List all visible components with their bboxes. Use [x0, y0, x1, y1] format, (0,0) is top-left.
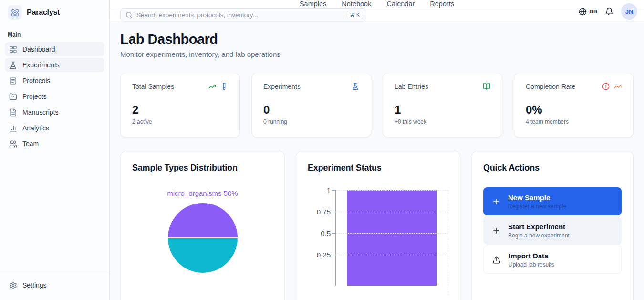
sidebar-spacer: [0, 151, 109, 273]
sidebar-item-dashboard[interactable]: Dashboard: [5, 42, 104, 56]
panel-title: Quick Actions: [483, 163, 622, 173]
stat-cards: Total Samples 2 2 active Experiments: [120, 73, 634, 138]
top-nav-links: Samples Notebook Calendar Reports: [300, 0, 454, 8]
stat-label: Lab Entries: [395, 83, 428, 90]
folder-icon: [9, 93, 17, 101]
bar-chart-plot: [335, 190, 448, 286]
sidebar-item-label: Team: [22, 140, 39, 148]
app-window: Paraclyst Main Dashboard Experiments Pro…: [0, 0, 644, 300]
y-axis-tick-label: 0.75: [317, 208, 331, 216]
stat-subtext: 0 running: [263, 118, 359, 125]
trending-up-icon: [614, 83, 622, 90]
sidebar-item-label: Analytics: [22, 124, 49, 132]
stat-label: Experiments: [263, 83, 301, 90]
page-subtitle: Monitor experiments, inventory, and lab …: [120, 50, 634, 58]
stat-card-total-samples: Total Samples 2 2 active: [120, 73, 240, 138]
axis-tick-mark: [332, 255, 336, 255]
stat-subtext: 4 team members: [526, 118, 622, 125]
sidebar-item-manuscripts[interactable]: Manuscripts: [5, 105, 104, 119]
trending-up-icon: [208, 83, 216, 90]
plus-icon: [492, 226, 500, 235]
gridline-horizontal: [336, 255, 448, 255]
sidebar-item-analytics[interactable]: Analytics: [5, 121, 104, 135]
stat-label: Total Samples: [132, 83, 174, 90]
panel-title: Experiment Status: [308, 163, 448, 173]
quick-actions-list: New Sample Register a new sample Start E…: [483, 187, 622, 274]
upload-icon: [492, 256, 501, 264]
stat-value: 0: [263, 103, 359, 117]
sidebar-section-label: Main: [0, 25, 109, 42]
plus-icon: [492, 197, 500, 206]
stat-card-completion-rate: Completion Rate 0% 4 team members: [514, 73, 634, 138]
sidebar-nav: Dashboard Experiments Protocols Projects…: [0, 42, 109, 151]
sidebar-item-label: Experiments: [22, 61, 60, 69]
book-open-icon: [483, 83, 490, 90]
stat-card-lab-entries: Lab Entries 1 +0 this week: [383, 73, 502, 138]
search-box: ⌘ K: [120, 8, 366, 21]
locale-code: GB: [590, 9, 598, 14]
action-subtitle: Upload lab results: [509, 261, 554, 268]
page-title: Lab Dashboard: [120, 32, 634, 47]
nav-link-calendar[interactable]: Calendar: [386, 0, 415, 8]
y-axis-tick-label: 1: [327, 186, 331, 194]
gridline-vertical: [448, 190, 448, 295]
users-icon: [9, 140, 17, 148]
dashboard-content: Lab Dashboard Monitor experiments, inven…: [110, 22, 644, 300]
gridline-horizontal: [336, 190, 448, 191]
stat-subtext: +0 this week: [395, 118, 490, 125]
sidebar-item-experiments[interactable]: Experiments: [5, 58, 104, 72]
search-input[interactable]: [136, 11, 343, 19]
gridline-horizontal: [336, 233, 448, 234]
brand: Paraclyst: [0, 0, 109, 25]
avatar[interactable]: JN: [621, 3, 637, 20]
sidebar-item-label: Settings: [22, 281, 47, 289]
sidebar-footer: Settings: [0, 273, 109, 300]
sidebar-item-label: Projects: [22, 93, 47, 100]
gridline-horizontal: [336, 212, 448, 212]
sidebar-item-team[interactable]: Team: [5, 137, 104, 151]
bar-chart-icon: [9, 124, 17, 132]
axis-tick-mark: [332, 233, 336, 234]
locale-switcher[interactable]: GB: [579, 8, 598, 16]
panel-title: Sample Types Distribution: [132, 163, 273, 173]
sidebar-item-label: Protocols: [22, 77, 50, 85]
stat-value: 0%: [526, 103, 622, 117]
axis-tick-mark: [332, 212, 336, 212]
top-right-controls: GB JN: [579, 0, 638, 23]
sample-types-panel: Sample Types Distribution micro_organism…: [120, 151, 285, 300]
nav-link-reports[interactable]: Reports: [430, 0, 454, 8]
sidebar-item-settings[interactable]: Settings: [5, 277, 104, 293]
pie-slice-label: micro_organisms 50%: [132, 189, 273, 197]
flask-icon: [352, 83, 359, 90]
search-icon: [125, 11, 133, 19]
import-data-button[interactable]: Import Data Upload lab results: [483, 246, 622, 274]
start-experiment-button[interactable]: Start Experiment Begin a new experiment: [483, 216, 622, 245]
panels-row: Sample Types Distribution micro_organism…: [120, 151, 634, 300]
action-subtitle: Register a new sample: [508, 203, 566, 210]
grid-icon: [9, 45, 17, 54]
file-text-icon: [9, 108, 17, 117]
search-shortcut-badge: ⌘ K: [347, 11, 363, 19]
nav-link-samples[interactable]: Samples: [300, 0, 326, 8]
axis-tick-mark: [332, 190, 336, 191]
sidebar-item-label: Dashboard: [22, 45, 55, 53]
stat-card-experiments: Experiments 0 0 running: [251, 73, 371, 138]
stat-label: Completion Rate: [526, 83, 575, 90]
brand-name: Paraclyst: [27, 8, 60, 17]
sidebar-item-projects[interactable]: Projects: [5, 89, 104, 104]
y-axis-tick-label: 0.5: [321, 229, 331, 237]
bar-series: [347, 190, 437, 286]
bell-icon[interactable]: [605, 7, 613, 16]
action-subtitle: Begin a new experiment: [508, 232, 570, 239]
bar-chart: 10.750.50.25: [308, 190, 448, 286]
action-title: Start Experiment: [508, 223, 570, 231]
new-sample-button[interactable]: New Sample Register a new sample: [483, 187, 622, 215]
atom-logo-icon: [8, 5, 22, 20]
search-row: ⌘ K: [110, 8, 644, 22]
pie-chart: [168, 203, 238, 273]
y-axis-labels: 10.750.50.25: [308, 190, 335, 286]
nav-link-notebook[interactable]: Notebook: [342, 0, 371, 8]
quick-actions-panel: Quick Actions New Sample Register a new …: [471, 151, 634, 300]
sidebar-item-protocols[interactable]: Protocols: [5, 74, 104, 88]
action-title: Import Data: [509, 252, 554, 260]
